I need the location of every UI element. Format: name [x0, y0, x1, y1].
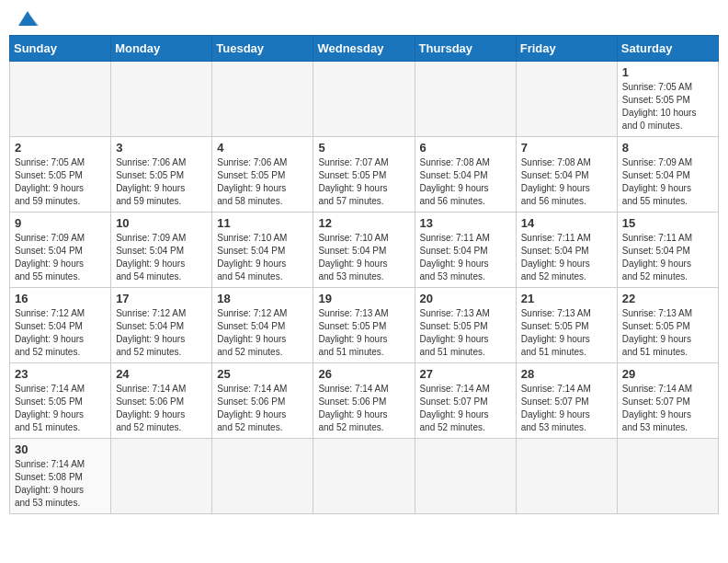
weekday-header-friday: Friday [516, 36, 617, 62]
day-info: Sunrise: 7:14 AMSunset: 5:06 PMDaylight:… [318, 383, 409, 434]
calendar-cell: 3Sunrise: 7:06 AMSunset: 5:05 PMDaylight… [111, 137, 212, 213]
calendar-week-row: 2Sunrise: 7:05 AMSunset: 5:05 PMDaylight… [10, 137, 719, 213]
day-number: 14 [521, 216, 612, 230]
day-info: Sunrise: 7:12 AMSunset: 5:04 PMDaylight:… [116, 307, 207, 359]
calendar-cell: 2Sunrise: 7:05 AMSunset: 5:05 PMDaylight… [10, 137, 111, 213]
calendar-cell [313, 62, 415, 137]
day-info: Sunrise: 7:06 AMSunset: 5:05 PMDaylight:… [116, 156, 207, 208]
day-number: 4 [217, 141, 308, 155]
day-number: 10 [116, 216, 207, 230]
day-number: 18 [217, 292, 308, 305]
day-number: 30 [15, 442, 106, 456]
day-info: Sunrise: 7:11 AMSunset: 5:04 PMDaylight:… [420, 232, 511, 283]
day-info: Sunrise: 7:06 AMSunset: 5:05 PMDaylight:… [217, 156, 308, 208]
weekday-header-wednesday: Wednesday [313, 36, 415, 62]
logo-text [13, 9, 40, 29]
calendar-cell: 9Sunrise: 7:09 AMSunset: 5:04 PMDaylight… [10, 213, 111, 288]
calendar-cell: 7Sunrise: 7:08 AMSunset: 5:04 PMDaylight… [516, 137, 617, 213]
calendar-cell: 15Sunrise: 7:11 AMSunset: 5:04 PMDayligh… [617, 213, 718, 288]
day-number: 5 [318, 141, 409, 155]
day-number: 26 [318, 367, 409, 381]
calendar-header-row: SundayMondayTuesdayWednesdayThursdayFrid… [10, 36, 719, 62]
calendar-cell [10, 62, 111, 137]
day-number: 11 [217, 216, 308, 230]
calendar-cell [415, 439, 516, 514]
calendar-cell: 14Sunrise: 7:11 AMSunset: 5:04 PMDayligh… [516, 213, 617, 288]
day-number: 20 [420, 292, 511, 305]
weekday-header-thursday: Thursday [415, 36, 516, 62]
calendar-cell: 25Sunrise: 7:14 AMSunset: 5:06 PMDayligh… [212, 363, 313, 439]
day-info: Sunrise: 7:05 AMSunset: 5:05 PMDaylight:… [15, 156, 106, 208]
weekday-header-saturday: Saturday [617, 36, 718, 62]
calendar-cell [415, 62, 516, 137]
day-number: 1 [622, 65, 713, 79]
calendar-week-row: 9Sunrise: 7:09 AMSunset: 5:04 PMDaylight… [10, 213, 719, 288]
header [9, 9, 719, 28]
calendar-cell [617, 439, 718, 514]
calendar-week-row: 23Sunrise: 7:14 AMSunset: 5:05 PMDayligh… [10, 363, 719, 439]
calendar-cell: 4Sunrise: 7:06 AMSunset: 5:05 PMDaylight… [212, 137, 313, 213]
day-number: 8 [622, 141, 713, 155]
calendar-cell: 16Sunrise: 7:12 AMSunset: 5:04 PMDayligh… [10, 288, 111, 363]
calendar-cell: 21Sunrise: 7:13 AMSunset: 5:05 PMDayligh… [516, 288, 617, 363]
calendar-cell: 12Sunrise: 7:10 AMSunset: 5:04 PMDayligh… [313, 213, 415, 288]
day-info: Sunrise: 7:08 AMSunset: 5:04 PMDaylight:… [521, 156, 612, 208]
calendar: SundayMondayTuesdayWednesdayThursdayFrid… [9, 35, 719, 514]
day-number: 7 [521, 141, 612, 155]
calendar-cell: 5Sunrise: 7:07 AMSunset: 5:05 PMDaylight… [313, 137, 415, 213]
day-number: 16 [15, 292, 106, 305]
calendar-cell: 13Sunrise: 7:11 AMSunset: 5:04 PMDayligh… [415, 213, 516, 288]
calendar-cell [516, 62, 617, 137]
day-info: Sunrise: 7:14 AMSunset: 5:07 PMDaylight:… [420, 383, 511, 434]
day-info: Sunrise: 7:10 AMSunset: 5:04 PMDaylight:… [217, 232, 308, 283]
calendar-cell: 26Sunrise: 7:14 AMSunset: 5:06 PMDayligh… [313, 363, 415, 439]
weekday-header-tuesday: Tuesday [212, 36, 313, 62]
calendar-week-row: 30Sunrise: 7:14 AMSunset: 5:08 PMDayligh… [10, 439, 719, 514]
day-number: 2 [15, 141, 106, 155]
day-number: 21 [521, 292, 612, 305]
day-info: Sunrise: 7:09 AMSunset: 5:04 PMDaylight:… [622, 156, 713, 208]
calendar-cell [212, 62, 313, 137]
calendar-cell: 17Sunrise: 7:12 AMSunset: 5:04 PMDayligh… [111, 288, 212, 363]
day-number: 15 [622, 216, 713, 230]
day-info: Sunrise: 7:05 AMSunset: 5:05 PMDaylight:… [622, 81, 713, 132]
day-info: Sunrise: 7:13 AMSunset: 5:05 PMDaylight:… [318, 307, 409, 359]
day-number: 28 [521, 367, 612, 381]
calendar-cell: 1Sunrise: 7:05 AMSunset: 5:05 PMDaylight… [617, 62, 718, 137]
day-info: Sunrise: 7:13 AMSunset: 5:05 PMDaylight:… [420, 307, 511, 359]
calendar-cell: 10Sunrise: 7:09 AMSunset: 5:04 PMDayligh… [111, 213, 212, 288]
day-info: Sunrise: 7:10 AMSunset: 5:04 PMDaylight:… [318, 232, 409, 283]
calendar-week-row: 1Sunrise: 7:05 AMSunset: 5:05 PMDaylight… [10, 62, 719, 137]
day-info: Sunrise: 7:11 AMSunset: 5:04 PMDaylight:… [622, 232, 713, 283]
day-info: Sunrise: 7:14 AMSunset: 5:07 PMDaylight:… [622, 383, 713, 434]
calendar-cell: 28Sunrise: 7:14 AMSunset: 5:07 PMDayligh… [516, 363, 617, 439]
day-number: 17 [116, 292, 207, 305]
day-info: Sunrise: 7:14 AMSunset: 5:08 PMDaylight:… [15, 458, 106, 510]
calendar-cell: 23Sunrise: 7:14 AMSunset: 5:05 PMDayligh… [10, 363, 111, 439]
day-info: Sunrise: 7:09 AMSunset: 5:04 PMDaylight:… [116, 232, 207, 283]
logo [13, 9, 40, 28]
day-info: Sunrise: 7:14 AMSunset: 5:05 PMDaylight:… [15, 383, 106, 434]
day-info: Sunrise: 7:12 AMSunset: 5:04 PMDaylight:… [15, 307, 106, 359]
calendar-cell: 22Sunrise: 7:13 AMSunset: 5:05 PMDayligh… [617, 288, 718, 363]
day-info: Sunrise: 7:12 AMSunset: 5:04 PMDaylight:… [217, 307, 308, 359]
day-number: 24 [116, 367, 207, 381]
day-info: Sunrise: 7:08 AMSunset: 5:04 PMDaylight:… [420, 156, 511, 208]
day-info: Sunrise: 7:07 AMSunset: 5:05 PMDaylight:… [318, 156, 409, 208]
day-number: 3 [116, 141, 207, 155]
calendar-cell: 27Sunrise: 7:14 AMSunset: 5:07 PMDayligh… [415, 363, 516, 439]
calendar-cell: 24Sunrise: 7:14 AMSunset: 5:06 PMDayligh… [111, 363, 212, 439]
day-number: 13 [420, 216, 511, 230]
day-number: 19 [318, 292, 409, 305]
day-number: 23 [15, 367, 106, 381]
day-number: 29 [622, 367, 713, 381]
weekday-header-monday: Monday [111, 36, 212, 62]
calendar-week-row: 16Sunrise: 7:12 AMSunset: 5:04 PMDayligh… [10, 288, 719, 363]
logo-icon [15, 9, 40, 29]
day-info: Sunrise: 7:14 AMSunset: 5:06 PMDaylight:… [116, 383, 207, 434]
day-info: Sunrise: 7:13 AMSunset: 5:05 PMDaylight:… [622, 307, 713, 359]
day-number: 22 [622, 292, 713, 305]
calendar-cell: 18Sunrise: 7:12 AMSunset: 5:04 PMDayligh… [212, 288, 313, 363]
calendar-cell: 6Sunrise: 7:08 AMSunset: 5:04 PMDaylight… [415, 137, 516, 213]
day-info: Sunrise: 7:09 AMSunset: 5:04 PMDaylight:… [15, 232, 106, 283]
